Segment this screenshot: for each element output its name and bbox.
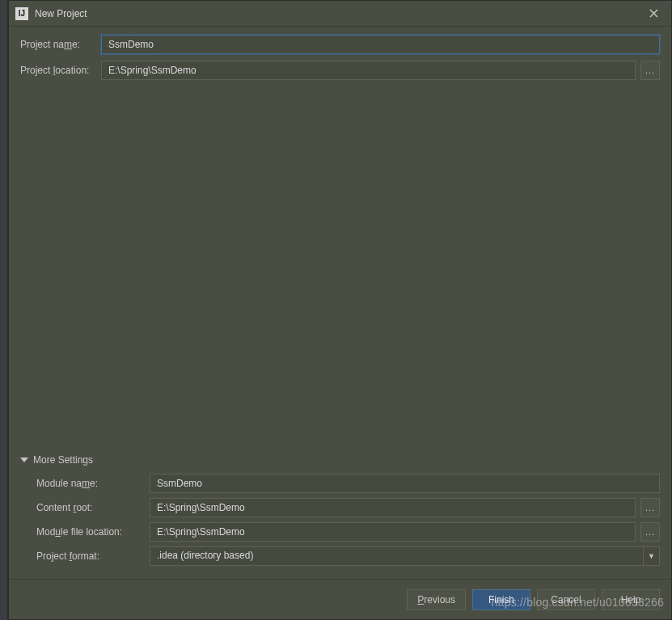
project-format-value: .idea (directory based) (150, 547, 643, 565)
module-file-location-input[interactable] (150, 522, 636, 542)
project-name-input[interactable] (101, 35, 660, 54)
app-icon: IJ (15, 7, 28, 20)
dialog-content: Project name: Project location: ... More… (9, 27, 671, 579)
project-location-row: Project location: ... (20, 61, 660, 80)
module-name-input[interactable] (150, 474, 660, 493)
button-bar: Previous Finish Cancel Help (9, 579, 671, 619)
close-icon[interactable] (642, 2, 665, 25)
content-root-row: Content root: ... (36, 498, 660, 517)
module-name-row: Module name: (36, 474, 660, 493)
project-format-label: Project format: (36, 550, 150, 562)
project-location-input[interactable] (101, 61, 636, 80)
help-button[interactable]: Help (602, 589, 660, 610)
dialog-title: New Project (35, 8, 642, 19)
chevron-down-icon (20, 458, 28, 462)
more-settings-panel: Module name: Content root: ... Module fi… (20, 474, 660, 571)
cancel-button[interactable]: Cancel (537, 589, 595, 610)
browse-content-root-button[interactable]: ... (640, 498, 660, 517)
titlebar: IJ New Project (9, 1, 671, 27)
project-name-row: Project name: (20, 35, 660, 54)
content-spacer (20, 86, 660, 454)
content-root-input[interactable] (150, 498, 636, 517)
background-sliver (0, 0, 8, 620)
new-project-dialog: IJ New Project Project name: Project loc… (8, 0, 672, 620)
finish-button[interactable]: Finish (472, 589, 530, 610)
module-file-location-label: Module file location: (36, 526, 150, 538)
module-file-location-row: Module file location: ... (36, 522, 660, 542)
browse-module-file-button[interactable]: ... (640, 522, 660, 542)
previous-button-rest: revious (424, 594, 455, 605)
previous-button[interactable]: Previous (407, 589, 466, 610)
project-format-select[interactable]: .idea (directory based) ▼ (150, 546, 660, 566)
more-settings-toggle[interactable]: More Settings (20, 454, 660, 466)
browse-location-button[interactable]: ... (640, 61, 660, 80)
content-root-label: Content root: (36, 502, 150, 513)
more-settings-label: More Settings (33, 454, 93, 466)
project-location-label: Project location: (20, 65, 101, 76)
module-name-label: Module name: (36, 478, 150, 489)
project-name-label: Project name: (20, 39, 101, 50)
dropdown-arrow-icon: ▼ (643, 547, 659, 565)
project-format-row: Project format: .idea (directory based) … (36, 546, 660, 566)
